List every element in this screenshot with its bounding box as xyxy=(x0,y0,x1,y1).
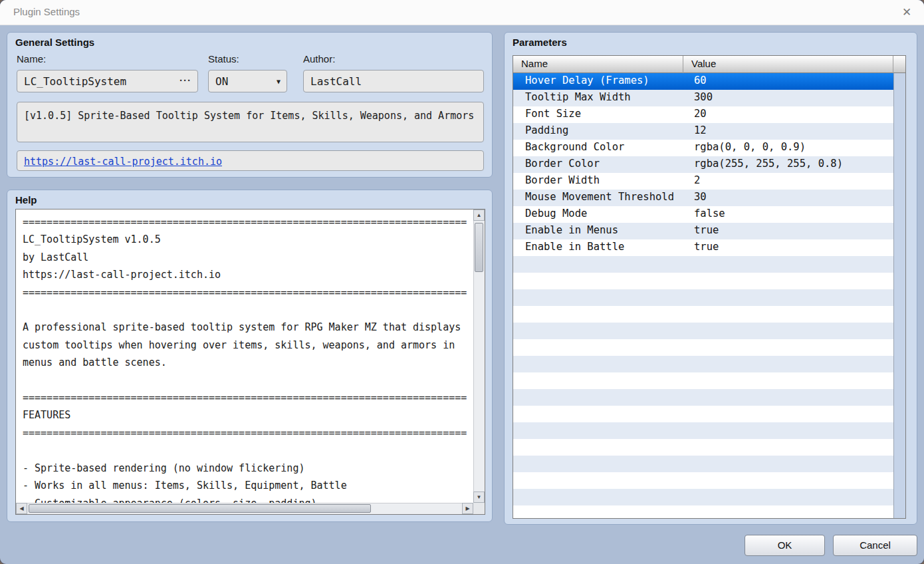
plugin-url-link[interactable]: https://last-call-project.itch.io xyxy=(24,156,222,168)
parameters-table-header: Name Value xyxy=(513,56,905,73)
param-value: 2 xyxy=(694,174,700,186)
param-value: 12 xyxy=(694,124,707,136)
param-row[interactable]: Enable in Menus true xyxy=(513,223,893,239)
param-name: Border Color xyxy=(525,158,600,170)
param-value: false xyxy=(694,208,725,219)
param-row[interactable] xyxy=(513,339,893,356)
param-name: Padding xyxy=(525,124,568,136)
param-row[interactable] xyxy=(513,472,893,489)
author-value: LastCall xyxy=(310,75,362,88)
param-row[interactable]: Enable in Battle true xyxy=(513,239,893,256)
status-label: Status: xyxy=(208,53,239,65)
param-row[interactable]: Padding 12 xyxy=(513,123,893,140)
param-row[interactable] xyxy=(513,289,893,306)
scroll-left-icon[interactable]: ◀ xyxy=(16,503,27,514)
param-value: rgba(255, 255, 255, 0.8) xyxy=(694,158,843,170)
param-row[interactable] xyxy=(513,372,893,389)
name-label: Name: xyxy=(17,53,46,65)
param-value: 60 xyxy=(694,74,707,86)
param-row[interactable] xyxy=(513,306,893,323)
param-row[interactable] xyxy=(513,273,893,289)
help-text: ========================================… xyxy=(16,210,473,503)
param-row[interactable]: Debug Mode false xyxy=(513,206,893,223)
param-value: true xyxy=(694,224,719,236)
param-value: 300 xyxy=(694,91,713,103)
param-value: rgba(0, 0, 0, 0.9) xyxy=(694,141,806,153)
param-name: Hover Delay (Frames) xyxy=(525,74,649,86)
scroll-down-icon[interactable]: ▼ xyxy=(473,492,485,503)
help-vertical-scrollbar[interactable]: ▲ ▼ xyxy=(473,210,485,503)
param-row[interactable] xyxy=(513,456,893,472)
help-title: Help xyxy=(15,194,37,206)
param-name: Tooltip Max Width xyxy=(525,91,631,103)
parameters-title: Parameters xyxy=(513,37,567,48)
plugin-link-box: https://last-call-project.itch.io xyxy=(17,150,484,171)
param-row[interactable] xyxy=(513,406,893,422)
param-name: Font Size xyxy=(525,108,581,120)
close-icon[interactable]: ✕ xyxy=(897,4,916,21)
param-row[interactable]: Mouse Movement Threshold 30 xyxy=(513,190,893,206)
plugin-settings-dialog: Plugin Settings ✕ General Settings Name:… xyxy=(0,0,924,564)
param-value: 20 xyxy=(694,108,707,120)
help-horizontal-scrollbar[interactable]: ◀ ▶ xyxy=(16,503,473,514)
plugin-description: [v1.0.5] Sprite-Based Tooltip System for… xyxy=(24,110,474,122)
status-value: ON xyxy=(215,75,228,88)
help-textarea[interactable]: ========================================… xyxy=(15,209,485,515)
scroll-right-icon[interactable]: ▶ xyxy=(462,503,473,514)
help-panel: Help ===================================… xyxy=(7,190,493,522)
param-name: Enable in Menus xyxy=(525,224,618,236)
general-settings-title: General Settings xyxy=(15,37,94,48)
param-row[interactable]: Border Width 2 xyxy=(513,173,893,190)
param-row[interactable] xyxy=(513,389,893,406)
plugin-name-value: LC_TooltipSystem xyxy=(24,75,126,88)
param-row[interactable]: Background Color rgba(0, 0, 0, 0.9) xyxy=(513,140,893,156)
param-row[interactable]: Hover Delay (Frames) 60 xyxy=(513,73,893,90)
status-select[interactable]: ON ▼ xyxy=(208,70,287,92)
parameters-table-body: Hover Delay (Frames) 60 Tooltip Max Widt… xyxy=(513,73,893,518)
more-options-icon[interactable]: ··· xyxy=(179,74,191,86)
param-row[interactable] xyxy=(513,256,893,273)
param-name: Debug Mode xyxy=(525,208,587,219)
param-value: 30 xyxy=(694,191,707,203)
general-settings-panel: General Settings Name: Status: Author: L… xyxy=(7,32,493,178)
plugin-name-field[interactable]: LC_TooltipSystem ··· xyxy=(17,70,198,92)
column-header-name[interactable]: Name xyxy=(513,56,683,73)
param-row[interactable] xyxy=(513,323,893,339)
scrollbar-corner xyxy=(473,503,485,514)
param-name: Enable in Battle xyxy=(525,241,624,253)
author-field[interactable]: LastCall xyxy=(303,70,484,92)
window-title: Plugin Settings xyxy=(13,6,80,17)
cancel-button[interactable]: Cancel xyxy=(833,535,917,556)
param-row[interactable] xyxy=(513,356,893,372)
parameters-table: Name Value Hover Delay (Frames) 60 Toolt… xyxy=(513,55,906,519)
title-bar: Plugin Settings ✕ xyxy=(0,0,924,25)
vertical-scroll-thumb[interactable] xyxy=(475,223,483,272)
chevron-down-icon: ▼ xyxy=(277,78,281,85)
param-name: Border Width xyxy=(525,174,600,186)
horizontal-scroll-thumb[interactable] xyxy=(29,504,371,513)
column-header-stub xyxy=(893,56,906,73)
ok-button[interactable]: OK xyxy=(745,535,825,556)
plugin-description-box: [v1.0.5] Sprite-Based Tooltip System for… xyxy=(17,102,484,142)
param-name: Mouse Movement Threshold xyxy=(525,191,674,203)
param-row[interactable]: Tooltip Max Width 300 xyxy=(513,90,893,106)
param-row[interactable] xyxy=(513,439,893,456)
param-row[interactable]: Font Size 20 xyxy=(513,106,893,123)
param-row[interactable] xyxy=(513,422,893,439)
parameters-panel: Parameters Name Value Hover Delay (Frame… xyxy=(504,32,917,525)
param-name: Background Color xyxy=(525,141,624,153)
parameters-scrollbar-track[interactable] xyxy=(893,73,905,518)
scroll-up-icon[interactable]: ▲ xyxy=(473,210,485,221)
author-label: Author: xyxy=(303,53,335,65)
param-value: true xyxy=(694,241,719,253)
param-row[interactable]: Border Color rgba(255, 255, 255, 0.8) xyxy=(513,156,893,173)
column-header-value[interactable]: Value xyxy=(683,56,893,73)
param-row[interactable] xyxy=(513,489,893,505)
